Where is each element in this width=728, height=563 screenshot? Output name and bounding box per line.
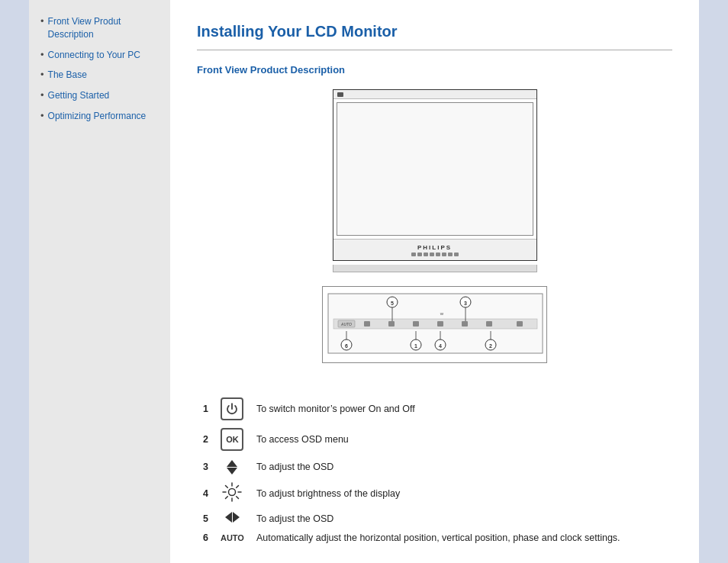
monitor-btn-7: [448, 253, 453, 256]
svg-rect-10: [517, 321, 523, 327]
monitor-top-strip: [333, 90, 536, 99]
control-desc-3: To adjust the OSD: [250, 455, 672, 478]
control-num-4: 4: [197, 478, 214, 508]
svg-rect-7: [437, 321, 443, 327]
monitor-bezel-bottom: PHILIPS: [333, 239, 536, 260]
left-bar: [0, 0, 29, 563]
control-desc-5: To adjust the OSD: [250, 508, 672, 529]
right-bar: [699, 0, 728, 563]
sidebar-item-front-view[interactable]: Front View Produt Description: [40, 15, 163, 41]
control-icon-3: [214, 455, 250, 478]
arrow-up-icon: [227, 460, 237, 467]
sidebar-nav: Front View Produt Description Connecting…: [40, 15, 163, 123]
controls-description-table: 1 To switch monitor’s power On and Off 2…: [197, 394, 672, 547]
control-row-6: 6 AUTO Automatically adjust the horizont…: [197, 529, 672, 547]
svg-text:5: 5: [391, 301, 394, 306]
section-divider: [197, 50, 672, 50]
control-num-1: 1: [197, 394, 214, 424]
sidebar-item-connecting[interactable]: Connecting to Your PC: [40, 49, 163, 62]
philips-brand: PHILIPS: [417, 244, 452, 251]
svg-rect-4: [364, 321, 370, 327]
control-desc-1: To switch monitor’s power On and Off: [250, 394, 672, 424]
control-icon-5: [214, 508, 250, 529]
auto-icon: AUTO: [221, 533, 244, 542]
section-title: Front View Product Description: [197, 64, 672, 76]
monitor-front-view: PHILIPS: [333, 89, 537, 261]
control-desc-2: To access OSD menu: [250, 424, 672, 455]
svg-point-30: [229, 489, 236, 496]
control-row-3: 3 To adjust the OSD: [197, 455, 672, 478]
sidebar-link-base[interactable]: The Base: [48, 69, 87, 82]
svg-rect-9: [486, 321, 492, 327]
lr-arrows-icon: [225, 512, 240, 523]
svg-rect-5: [388, 321, 395, 327]
arrow-left-icon: [225, 512, 232, 523]
sidebar-link-getting-started[interactable]: Getting Started: [48, 89, 110, 102]
svg-text:3: 3: [464, 301, 467, 306]
svg-text:4: 4: [439, 343, 442, 349]
sidebar-link-front-view[interactable]: Front View Produt Description: [48, 15, 163, 41]
monitor-btn-8: [454, 253, 459, 256]
svg-text:6: 6: [345, 343, 348, 349]
control-icon-2: OK: [214, 424, 250, 455]
svg-text:1: 1: [414, 343, 417, 349]
control-num-6: 6: [197, 529, 214, 547]
control-num-5: 5: [197, 508, 214, 529]
control-desc-6: Automatically adjust the horizontal posi…: [250, 529, 672, 547]
arrow-right-icon: [233, 512, 240, 523]
monitor-btn-4: [430, 253, 434, 256]
monitor-screen: [337, 102, 533, 236]
controls-svg: AUTO 5 3: [327, 293, 543, 354]
control-row-5: 5 To adjust the OSD: [197, 508, 672, 529]
control-row-1: 1 To switch monitor’s power On and Off: [197, 394, 672, 424]
monitor-btn-2: [417, 253, 422, 256]
svg-rect-6: [413, 321, 419, 327]
main-content: Installing Your LCD Monitor Front View P…: [170, 0, 699, 563]
svg-text:AUTO: AUTO: [340, 322, 352, 327]
svg-line-35: [226, 486, 228, 488]
sun-icon: [222, 482, 242, 502]
controls-diagram: AUTO 5 3: [322, 286, 547, 363]
brightness-icon: [222, 482, 242, 502]
monitor-button-row: [411, 253, 459, 256]
monitor-btn-3: [424, 253, 428, 256]
control-num-2: 2: [197, 424, 214, 455]
control-num-3: 3: [197, 455, 214, 478]
monitor-btn-5: [436, 253, 440, 256]
svg-line-38: [226, 497, 228, 499]
control-row-2: 2 OK To access OSD menu: [197, 424, 672, 455]
sidebar-item-getting-started[interactable]: Getting Started: [40, 89, 163, 102]
monitor-btn-6: [442, 253, 446, 256]
control-icon-1: [214, 394, 250, 424]
logo-dot: [337, 92, 343, 97]
control-row-4: 4: [197, 478, 672, 508]
power-icon: [221, 397, 243, 420]
sidebar-link-connecting[interactable]: Connecting to Your PC: [48, 49, 140, 62]
control-desc-4: To adjust brightness of the display: [250, 478, 672, 508]
monitor-stand: [333, 265, 537, 272]
ok-icon: OK: [221, 428, 243, 451]
sidebar-item-base[interactable]: The Base: [40, 69, 163, 82]
svg-line-36: [237, 497, 239, 499]
arrow-down-icon: [227, 468, 237, 475]
monitor-btn-1: [411, 253, 416, 256]
page-title: Installing Your LCD Monitor: [197, 23, 672, 40]
svg-text:w: w: [440, 311, 444, 316]
svg-line-37: [237, 486, 239, 488]
sidebar-link-optimizing[interactable]: Optimizing Performance: [48, 110, 147, 123]
sidebar-item-optimizing[interactable]: Optimizing Performance: [40, 110, 163, 123]
updown-arrows-icon: [227, 460, 237, 475]
svg-text:2: 2: [489, 343, 492, 349]
sidebar: Front View Produt Description Connecting…: [29, 0, 170, 563]
control-icon-4: [214, 478, 250, 508]
monitor-diagram: PHILIPS: [197, 89, 672, 272]
svg-rect-8: [462, 321, 468, 327]
control-icon-6: AUTO: [214, 529, 250, 547]
